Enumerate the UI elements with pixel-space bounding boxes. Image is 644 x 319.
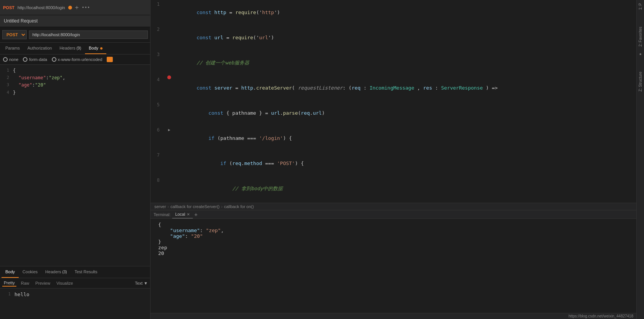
terminal-label: Terminal: <box>154 211 171 218</box>
format-preview[interactable]: Preview <box>34 280 52 286</box>
code-line-2: 2 const url = require('url') <box>151 25 636 50</box>
method-badge: POST <box>3 5 14 10</box>
tab-body[interactable]: Body <box>85 43 106 54</box>
response-line-1: 1 hello <box>3 291 147 299</box>
terminal-tabs: Terminal: Local ✕ + <box>151 210 636 219</box>
right-sidebar: 1: P 2: Favorites ★ Z: Structure <box>636 0 644 319</box>
breakpoint-icon <box>167 75 171 79</box>
terminal-area: Terminal: Local ✕ + { "username": "zep",… <box>151 210 636 313</box>
tab-cookies[interactable]: Cookies <box>19 266 42 278</box>
code-line-1: 1 const http = require('http') <box>151 0 636 25</box>
radio-urlencoded[interactable]: x-www-form-urlencoded <box>52 57 103 62</box>
code-area[interactable]: 1 const http = require('http') 2 const u… <box>151 0 636 203</box>
json-line-3: 3 "age" : "20" <box>2 82 149 89</box>
format-pretty[interactable]: Pretty <box>2 280 16 287</box>
json-line-4: 4 } <box>2 89 149 96</box>
code-line-5: 5 const { pathname } = url.parse(req.url… <box>151 101 636 126</box>
tab-authorization[interactable]: Authorization <box>24 43 56 54</box>
close-terminal-icon[interactable]: ✕ <box>187 212 190 216</box>
add-terminal-button[interactable]: + <box>194 212 197 218</box>
terminal-line-brace-close: } <box>158 239 629 245</box>
format-type-select[interactable]: Text ▼ <box>135 281 148 285</box>
body-options-row: none form-data x-www-form-urlencoded <box>0 55 150 65</box>
radio-raw-bar <box>107 57 113 62</box>
terminal-line-zep: zep <box>158 245 629 250</box>
response-hello: hello <box>14 291 29 299</box>
response-tabs-row: Body Cookies Headers (3) Test Results <box>0 266 150 278</box>
terminal-tab-local[interactable]: Local ✕ <box>172 210 193 218</box>
sidebar-label-structure: Z: Structure <box>638 70 642 93</box>
code-line-9: 9 req.setEncoding('utf-8') <box>151 201 636 203</box>
code-line-8: 8 // 拿到body中的数据 <box>151 176 636 201</box>
json-editor[interactable]: 1 { 2 "username" : "zep" , 3 "age" : "20… <box>0 65 150 266</box>
code-line-6: 6 ▶ if (pathname === '/login') { <box>151 126 636 151</box>
breadcrumb: server › callback for createServer() › c… <box>151 203 636 210</box>
right-panel: 1 const http = require('http') 2 const u… <box>151 0 636 319</box>
tab-headers[interactable]: Headers (9) <box>56 43 85 54</box>
terminal-line-username: "username": "zep", <box>158 228 629 233</box>
request-tabs: Params Authorization Headers (9) Body <box>0 43 150 55</box>
radio-form-data-dot <box>23 57 27 62</box>
breadcrumb-on[interactable]: callback for on() <box>224 204 254 209</box>
unsaved-dot <box>68 6 72 10</box>
code-line-3: 3 // 创建一个web服务器 <box>151 50 636 75</box>
method-url-row: POST GET <box>0 27 150 43</box>
tab-response-body[interactable]: Body <box>2 266 19 278</box>
favorites-star-icon[interactable]: ★ <box>639 51 642 56</box>
response-area: 1 hello <box>0 289 150 319</box>
breadcrumb-server[interactable]: server <box>154 204 166 209</box>
new-tab-button[interactable]: + <box>75 4 79 11</box>
url-input[interactable] <box>29 30 148 39</box>
request-title: Untitled Request <box>0 15 150 27</box>
format-raw[interactable]: Raw <box>19 280 31 286</box>
bottom-url-bar: https://blog.csdn.net/weixin_44827418 <box>151 313 636 319</box>
bottom-url-text: https://blog.csdn.net/weixin_44827418 <box>569 314 633 318</box>
breadcrumb-create-server[interactable]: callback for createServer() <box>170 204 219 209</box>
format-tabs-row: Pretty Raw Preview Visualize Text ▼ <box>0 278 150 289</box>
tab-test-results[interactable]: Test Results <box>71 266 101 278</box>
method-select[interactable]: POST GET <box>2 30 27 39</box>
terminal-line-brace-open: { <box>158 222 629 228</box>
radio-urlencoded-dot <box>52 57 56 62</box>
json-line-1: 1 { <box>2 67 149 74</box>
json-line-2: 2 "username" : "zep" , <box>2 74 149 82</box>
code-line-7: 7 if (req.method === 'POST') { <box>151 151 636 176</box>
radio-form-data[interactable]: form-data <box>23 57 47 62</box>
sidebar-label-favorites: 2: Favorites <box>638 25 642 48</box>
terminal-content: { "username": "zep", "age": "20" } zep 2… <box>151 219 636 313</box>
more-options-icon[interactable]: ••• <box>82 5 90 10</box>
tab-params[interactable]: Params <box>2 43 24 54</box>
radio-none-dot <box>3 57 8 62</box>
tab-response-headers[interactable]: Headers (3) <box>42 266 71 278</box>
top-bar: POST http://localhost:8000/login + ••• <box>0 0 150 15</box>
sidebar-label-1p: 1: P <box>638 2 642 11</box>
terminal-line-20: 20 <box>158 250 629 256</box>
format-visualize[interactable]: Visualize <box>55 280 75 286</box>
left-panel: POST http://localhost:8000/login + ••• U… <box>0 0 151 319</box>
radio-none[interactable]: none <box>3 57 18 62</box>
code-line-4: 4 const server = http.createServer( requ… <box>151 75 636 101</box>
terminal-line-age: "age": "20" <box>158 233 629 239</box>
top-url-text: http://localhost:8000/login <box>18 5 65 10</box>
